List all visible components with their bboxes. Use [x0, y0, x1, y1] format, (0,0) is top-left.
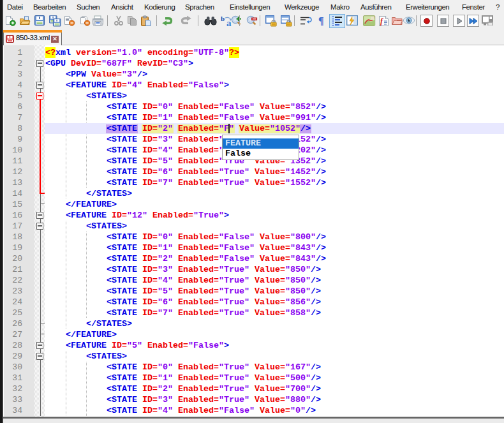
svg-text:b: b: [221, 15, 225, 22]
svg-text:¶: ¶: [318, 15, 324, 26]
